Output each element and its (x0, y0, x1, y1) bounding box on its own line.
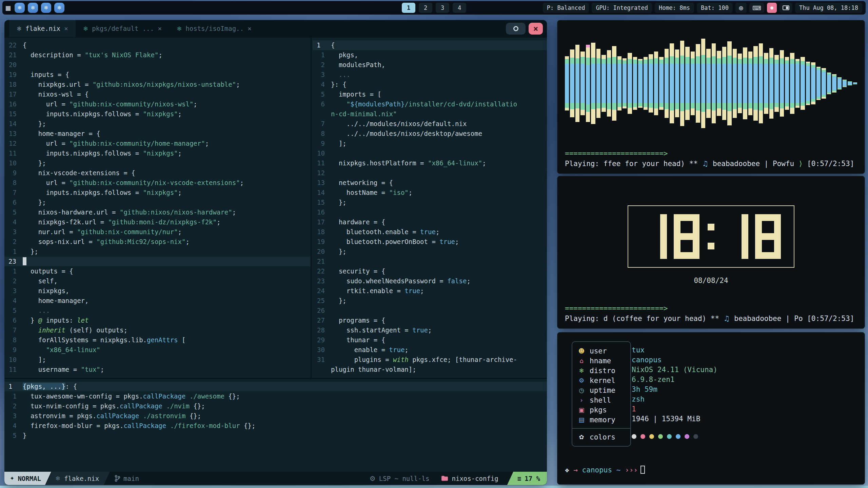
vis-segment (591, 109, 595, 124)
line-number: 4 (4, 217, 23, 227)
vis-segment (623, 60, 627, 64)
vis-segment (596, 108, 600, 118)
code-token: ; (405, 346, 408, 353)
code-token: { (23, 41, 26, 49)
window-button-1[interactable]: 1 (402, 3, 415, 13)
code-line: 3 ... (313, 70, 547, 80)
vis-segment (727, 103, 731, 111)
vis-segment (706, 58, 710, 64)
tab-close-icon[interactable]: × (248, 24, 252, 33)
code-token: "nixpkgs" (143, 149, 178, 157)
workspace-tag-icon[interactable]: ❄ (15, 3, 25, 13)
vis-segment (795, 64, 800, 103)
code-text: inputs = { (23, 70, 69, 80)
tab-flake-nix[interactable]: ❄flake.nix× (9, 20, 76, 37)
window-close-button[interactable]: × (529, 23, 543, 35)
vis-column (827, 73, 831, 94)
workspace-tag-icon[interactable]: ❄ (54, 3, 64, 13)
vis-column (591, 43, 595, 124)
vis-segment (612, 57, 616, 64)
fetch-label: hname (590, 357, 611, 365)
code-text: "${modulesPath}/installer/cd-dvd/install… (331, 99, 517, 109)
vis-column (665, 49, 669, 118)
vis-segment (795, 106, 800, 108)
vis-segment (811, 68, 815, 99)
tab-pkgs-default[interactable]: ❄pkgs/default ...× (76, 20, 169, 37)
code-text: pkgs, (331, 50, 358, 60)
line-number: 28 (313, 325, 331, 335)
color-picker-icon[interactable] (767, 3, 777, 13)
vis-segment (675, 49, 679, 58)
network-icon[interactable]: ⊕ (735, 3, 747, 13)
power-profile-status: P: Balanced (543, 3, 589, 13)
code-token (185, 392, 189, 400)
palette-icon: ✿ (578, 433, 585, 441)
vis-segment (722, 110, 726, 120)
tab-close-icon[interactable]: × (158, 24, 162, 33)
code-token: "tux" (81, 366, 100, 373)
code-line: 22 security = { (313, 266, 547, 276)
code-line: 16 (313, 207, 547, 217)
code-token: ${modulesPath} (350, 100, 405, 108)
app-launcher-icon[interactable]: ▦ (6, 4, 11, 12)
line-number: 9 (4, 168, 23, 178)
tab-hosts-isoimag[interactable]: ❄hosts/isoImag..× (169, 20, 259, 37)
vis-segment (675, 58, 679, 64)
window-button-4[interactable]: 4 (453, 3, 466, 13)
code-line: 10 ]; (4, 355, 311, 365)
window-toggle-button[interactable] (506, 23, 526, 35)
code-token: /installer/cd-dvd/installatio (405, 100, 517, 108)
fetch-value-shell: zsh (632, 394, 717, 404)
tab-close-icon[interactable]: × (64, 24, 68, 33)
code-text: username = "tux"; (23, 365, 104, 374)
line-number: 12 (313, 168, 331, 178)
vis-segment (691, 108, 695, 115)
line-number: 1 (4, 266, 23, 276)
code-token: }; (23, 199, 46, 206)
vis-segment (806, 101, 810, 104)
vis-column (759, 43, 763, 123)
code-text: hostName = "iso"; (331, 188, 412, 198)
code-token: callPackage (143, 392, 186, 400)
code-token: ; (100, 366, 104, 373)
workspace-tag-icon[interactable]: ❄ (28, 3, 38, 13)
window-button-3[interactable]: 3 (436, 3, 449, 13)
code-token: {}; (185, 412, 201, 420)
code-line: 28 ssh.startAgent = true; (313, 325, 547, 335)
vis-column (769, 48, 773, 119)
shell-prompt[interactable]: ❖ → canopus ~ ››› (565, 466, 645, 474)
editor-pane-iso-image[interactable]: 1{1 pkgs,2 modulesPath,3 ...4}: {5 impor… (313, 38, 547, 378)
code-line: 1 }; (4, 247, 311, 257)
code-text: hardware = { (331, 217, 385, 227)
keyboard-icon[interactable]: ⌨ (749, 3, 764, 13)
layout-indicator-icon[interactable] (780, 3, 792, 13)
code-token: ... (23, 307, 50, 314)
vis-segment (832, 77, 836, 90)
code-line: 8 forAllSystems = nixpkgs.lib.genAttrs [ (4, 335, 311, 345)
tile-layout-glyph (783, 5, 789, 10)
editor-pane-flake-nix[interactable]: 22{21 description = "tux's NixOS Flake";… (4, 38, 312, 378)
code-text: nur.url = "github:nix-community/nur"; (23, 227, 182, 237)
hname-icon: ⌂ (578, 357, 585, 364)
line-number: 11 (4, 365, 23, 374)
vis-segment (759, 110, 763, 123)
code-text: ../../modules/nixos/default.nix (331, 119, 467, 129)
code-token: url = (23, 140, 69, 147)
code-line: 8 ../../modules/nixos/desktop/awesome (313, 129, 547, 139)
code-token: imports = [ (331, 90, 381, 98)
code-token: plugins = (331, 356, 393, 363)
vis-segment (570, 109, 574, 117)
code-text: modulesPath, (331, 60, 385, 70)
line-number: 23 (4, 257, 23, 266)
window-button-2[interactable]: 2 (419, 3, 432, 13)
workspace-tag-icon[interactable]: ❄ (41, 3, 51, 13)
code-text: sudo.wheelNeedsPassword = false; (331, 276, 471, 286)
vis-segment (816, 70, 821, 97)
vis-segment (795, 61, 800, 64)
seven-segment-clock (628, 205, 794, 268)
line-number: 2 (4, 401, 23, 411)
now-playing-part: [0:57/2:53] (803, 160, 854, 168)
code-token: nixos-hardware.url = (23, 208, 120, 216)
editor-pane-pkgs-default[interactable]: 1{pkgs, ...}: {1 tux-awesome-wm-config =… (4, 378, 547, 472)
nix-icon: ❄ (83, 25, 88, 32)
